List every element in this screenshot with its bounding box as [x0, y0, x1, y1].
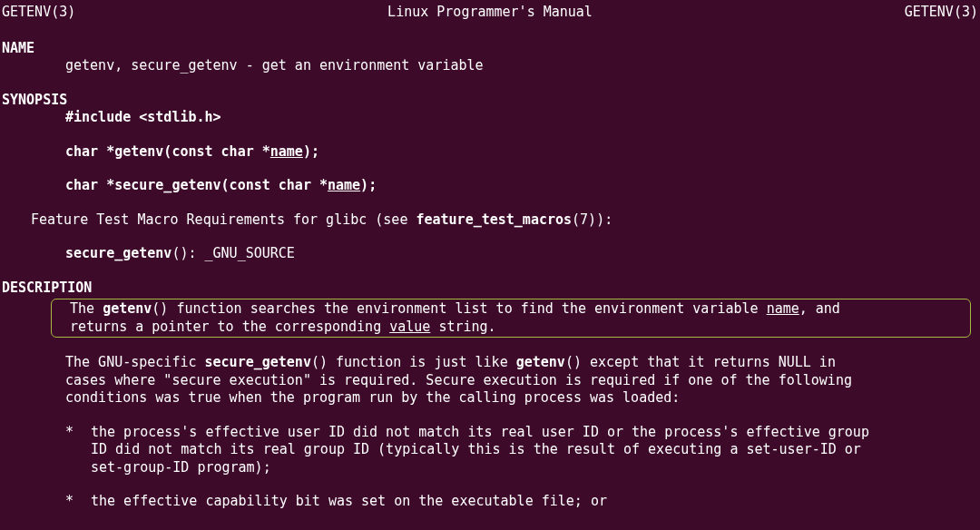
- desc-p1-line1: The getenv() function searches the envir…: [55, 300, 966, 319]
- p1-line2-underline: value: [389, 319, 430, 335]
- header-right: GETENV(3): [905, 4, 978, 22]
- p1-line2-part2: string.: [430, 319, 495, 335]
- p2-bold1: secure_getenv: [205, 354, 311, 370]
- synopsis-sig2: char *secure_getenv(const char *name);: [2, 177, 978, 195]
- sig2-post: );: [360, 177, 377, 193]
- section-name-title: NAME: [2, 40, 978, 58]
- p2-bold2: getenv: [516, 354, 565, 370]
- p1-line2-part1: returns a pointer to the corresponding: [70, 319, 389, 335]
- feature-bold: feature_test_macros: [416, 211, 572, 228]
- p1-part3: , and: [799, 300, 840, 317]
- desc-p2-line2: cases where "secure execution" is requir…: [65, 372, 978, 390]
- desc-p2: The GNU-specific secure_getenv() functio…: [2, 354, 978, 407]
- synopsis-include: #include <stdlib.h>: [2, 109, 978, 127]
- bullet1-line3: set-group-ID program);: [91, 459, 978, 477]
- bullet-mark: *: [65, 493, 91, 511]
- bullet-item-2: * the effective capability bit was set o…: [2, 493, 978, 511]
- sig2-pre: char *secure_getenv(const char *: [65, 177, 328, 193]
- feature-post: (7)):: [572, 211, 612, 228]
- name-text: getenv, secure_getenv - get an environme…: [2, 57, 978, 75]
- bullet1-line1: the process's effective user ID did not …: [91, 424, 978, 442]
- sig1-param: name: [270, 143, 303, 160]
- synopsis-sig1: char *getenv(const char *name);: [2, 143, 978, 162]
- p1-part2: () function searches the environment lis…: [152, 300, 766, 317]
- p2-part3: () except that it returns NULL in: [565, 354, 836, 370]
- p2-part1: The GNU-specific: [65, 354, 205, 370]
- sig1-post: );: [303, 143, 319, 160]
- header-left: GETENV(3): [2, 4, 75, 22]
- section-description-title: DESCRIPTION: [2, 280, 978, 298]
- feature-pre: Feature Test Macro Requirements for glib…: [31, 211, 416, 228]
- bullet1-line2: ID did not match its real group ID (typi…: [91, 441, 978, 459]
- sig2-param: name: [328, 177, 360, 193]
- p2-part2: () function is just like: [311, 354, 516, 370]
- bullet2-content: the effective capability bit was set on …: [91, 493, 978, 511]
- feature-test-line: Feature Test Macro Requirements for glib…: [2, 211, 978, 230]
- desc-p2-line1: The GNU-specific secure_getenv() functio…: [65, 354, 978, 372]
- header-center: Linux Programmer's Manual: [387, 4, 593, 22]
- highlighted-paragraph: The getenv() function searches the envir…: [51, 299, 971, 338]
- secure-getenv-req: secure_getenv(): _GNU_SOURCE: [2, 245, 978, 263]
- bullet1-content: the process's effective user ID did not …: [91, 424, 978, 477]
- bullet-item-1: * the process's effective user ID did no…: [2, 424, 978, 477]
- p1-underline1: name: [767, 300, 799, 317]
- desc-p1-line2: returns a pointer to the corresponding v…: [55, 319, 966, 337]
- sig1-pre: char *getenv(const char *: [65, 143, 270, 160]
- desc-p2-line3: conditions was true when the program run…: [65, 389, 978, 407]
- p1-part1: The: [70, 300, 103, 317]
- p1-bold1: getenv: [103, 300, 152, 317]
- secure-bold: secure_getenv: [65, 245, 172, 261]
- manpage-header: GETENV(3) Linux Programmer's Manual GETE…: [2, 4, 978, 22]
- secure-post: (): _GNU_SOURCE: [172, 245, 294, 261]
- bullet-mark: *: [65, 424, 91, 477]
- section-synopsis-title: SYNOPSIS: [2, 92, 978, 110]
